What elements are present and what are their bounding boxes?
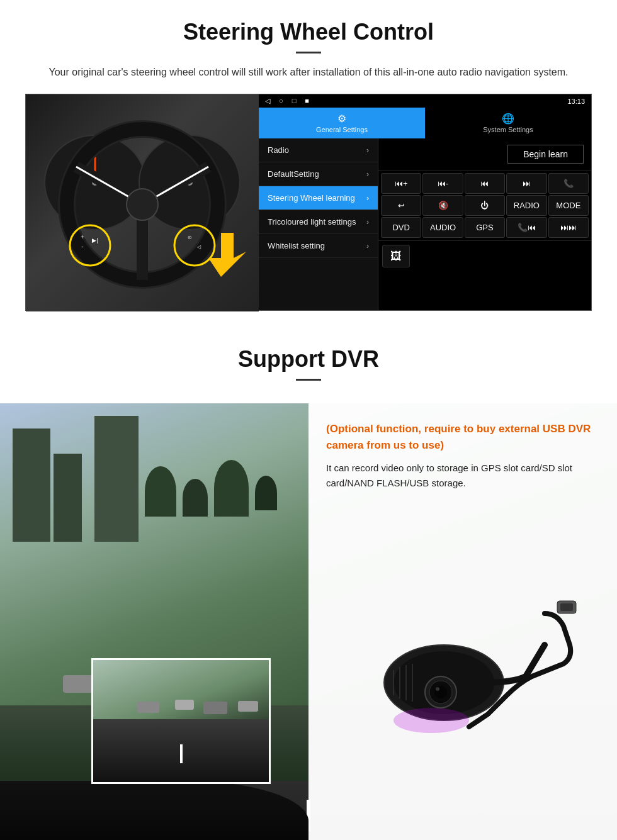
ctrl-phone[interactable]: 📞: [548, 173, 589, 194]
ctrl-gps[interactable]: GPS: [465, 217, 505, 238]
recents-icon[interactable]: □: [292, 97, 297, 105]
svg-text:▶|: ▶|: [92, 237, 98, 244]
steering-wheel-section: Steering Wheel Control Your original car…: [0, 0, 617, 323]
building-1: [13, 428, 50, 542]
tab-general-settings[interactable]: ⚙ General Settings: [259, 108, 425, 138]
dvr-divider: [296, 379, 321, 381]
tab-system-settings[interactable]: 🌐 System Settings: [425, 108, 591, 138]
control-button-grid: ⏮+ ⏮- ⏮ ⏭ 📞 ↩ 🔇 ⏻ RADIO MODE DVD AUDIO G…: [378, 171, 591, 240]
menu-tricoloured-label: Tricoloured light settings: [268, 217, 356, 227]
dvr-header: Support DVR: [0, 323, 617, 403]
menu-item-whitelist[interactable]: Whitelist setting ›: [259, 234, 378, 258]
menu-defaultsetting-label: DefaultSetting: [268, 169, 319, 179]
dvr-thumbnail: [91, 658, 271, 784]
chevron-icon: ›: [366, 170, 369, 179]
thumb-car-4: [238, 701, 258, 712]
android-menu: Radio › DefaultSetting › Steering Wheel …: [259, 138, 378, 310]
status-time: 13:13: [567, 98, 585, 105]
thumb-car-1: [137, 702, 159, 713]
ctrl-audio[interactable]: AUDIO: [422, 217, 463, 238]
ctrl-dvd[interactable]: DVD: [381, 217, 421, 238]
settings-icon: ⚙: [337, 113, 346, 125]
menu-steering-label: Steering Wheel learning: [268, 193, 355, 203]
back-icon[interactable]: ◁: [265, 97, 270, 105]
menu-radio-label: Radio: [268, 145, 289, 155]
tree-1: [145, 466, 176, 517]
ctrl-hang-up[interactable]: ↩: [381, 195, 421, 216]
svg-rect-23: [560, 603, 573, 611]
ctrl-prev-track[interactable]: ⏮: [465, 173, 505, 194]
svg-text:+: +: [81, 233, 84, 240]
dvr-info-card: (Optional function, require to buy exter…: [308, 403, 617, 840]
learn-btn-row: Begin learn: [378, 138, 591, 171]
menu-item-defaultsetting[interactable]: DefaultSetting ›: [259, 162, 378, 186]
chevron-icon: ›: [366, 218, 369, 227]
svg-point-29: [436, 687, 439, 691]
menu-icon[interactable]: ■: [305, 97, 309, 105]
ctrl-radio[interactable]: RADIO: [506, 195, 546, 216]
tab-system-label: System Settings: [483, 126, 533, 133]
system-icon: 🌐: [502, 113, 514, 125]
ctrl-vol-down[interactable]: ⏮-: [422, 173, 463, 194]
steering-description: Your original car's steering wheel contr…: [38, 65, 579, 80]
dvr-camera-svg: [343, 595, 582, 746]
menu-item-tricoloured[interactable]: Tricoloured light settings ›: [259, 210, 378, 234]
menu-item-steering-learning[interactable]: Steering Wheel learning ›: [259, 186, 378, 210]
ctrl-phone-prev[interactable]: 📞⏮: [506, 217, 546, 238]
building-2: [54, 454, 82, 542]
svg-text:⊙: ⊙: [188, 235, 192, 240]
steering-wheel-image: + - ▶| ⊙ ◁: [26, 94, 259, 311]
building-3: [94, 416, 139, 542]
thumb-car-3: [203, 702, 227, 714]
title-divider: [296, 52, 321, 53]
dvr-description: It can record video only to storage in G…: [326, 461, 599, 491]
tree-4: [255, 476, 277, 510]
ctrl-vol-up[interactable]: ⏮+: [381, 173, 421, 194]
android-content: Radio › DefaultSetting › Steering Wheel …: [259, 138, 591, 310]
chevron-icon: ›: [366, 194, 369, 203]
ctrl-extra[interactable]: 🖼: [382, 245, 410, 267]
nav-icons: ◁ ○ □ ■: [265, 97, 309, 105]
android-panel: ◁ ○ □ ■ 13:13 ⚙ General Settings 🌐 Syste…: [259, 94, 591, 310]
dvr-scene: Seicane (Optional function, require to b…: [0, 403, 617, 840]
tab-general-label: General Settings: [316, 126, 368, 133]
tree-2: [183, 479, 208, 517]
steering-mockup: + - ▶| ⊙ ◁ ◁ ○ □ ■ 13:13: [25, 94, 592, 311]
android-right-panel: Begin learn ⏮+ ⏮- ⏮ ⏭ 📞 ↩ 🔇 ⏻ RADIO MODE: [378, 138, 591, 310]
dvr-optional-text: (Optional function, require to buy exter…: [326, 421, 599, 453]
ctrl-skip[interactable]: ⏭⏭: [548, 217, 589, 238]
chevron-icon: ›: [366, 242, 369, 250]
svg-point-13: [127, 189, 158, 220]
tree-3: [214, 460, 249, 517]
dvr-camera-image: [326, 503, 599, 836]
dvr-thumbnail-road: [93, 719, 269, 782]
svg-text:◁: ◁: [197, 244, 201, 250]
ctrl-mute[interactable]: 🔇: [422, 195, 463, 216]
ctrl-mode[interactable]: MODE: [548, 195, 589, 216]
menu-whitelist-label: Whitelist setting: [268, 241, 325, 250]
thumb-car-2: [175, 700, 194, 710]
begin-learn-button[interactable]: Begin learn: [507, 145, 584, 164]
chevron-icon: ›: [366, 146, 369, 155]
android-tabs: ⚙ General Settings 🌐 System Settings: [259, 108, 591, 138]
svg-text:-: -: [81, 243, 83, 250]
dvr-section: Support DVR: [0, 323, 617, 840]
android-statusbar: ◁ ○ □ ■ 13:13: [259, 94, 591, 108]
menu-item-radio[interactable]: Radio ›: [259, 138, 378, 162]
svg-point-34: [393, 708, 469, 733]
steering-title: Steering Wheel Control: [25, 19, 592, 45]
steering-wheel-svg: + - ▶| ⊙ ◁: [38, 107, 246, 296]
ctrl-power[interactable]: ⏻: [465, 195, 505, 216]
dvr-dashboard: [0, 781, 308, 840]
dvr-thumbnail-road-line: [180, 744, 183, 763]
ctrl-next-track[interactable]: ⏭: [506, 173, 546, 194]
dvr-title: Support DVR: [25, 346, 592, 372]
home-icon[interactable]: ○: [279, 97, 283, 105]
